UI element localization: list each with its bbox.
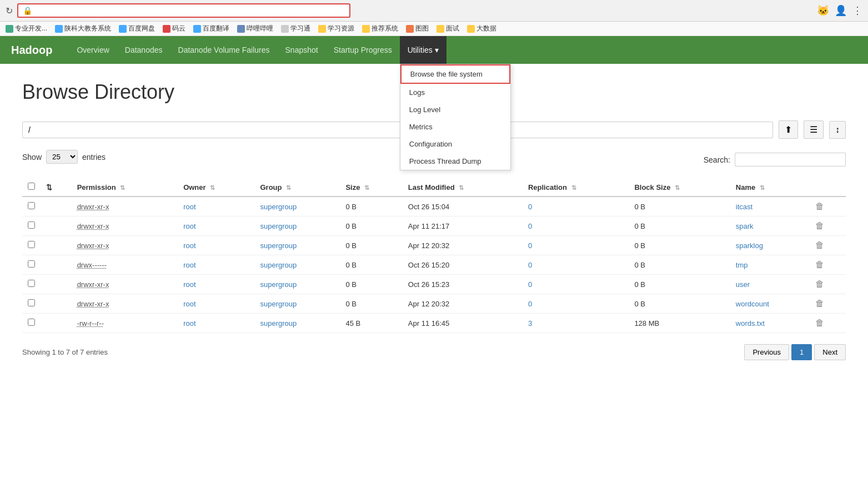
delete-row-button[interactable]: 🗑 xyxy=(815,201,824,211)
delete-row-button[interactable]: 🗑 xyxy=(815,279,824,289)
row-checkbox-0[interactable] xyxy=(28,202,35,209)
list-view-button[interactable]: ☰ xyxy=(804,120,824,139)
row-permission: drwxr-xr-x xyxy=(72,275,178,294)
delete-row-button[interactable]: 🗑 xyxy=(815,318,824,328)
table-row: drwx------ root supergroup 0 B Oct 26 15… xyxy=(22,255,846,275)
reload-icon[interactable]: ↻ xyxy=(6,6,13,16)
owner-sort-icon: ⇅ xyxy=(210,184,215,191)
profile-icon[interactable]: 👤 xyxy=(835,4,847,17)
pagination-row: Showing 1 to 7 of 7 entries Previous 1 N… xyxy=(22,344,846,360)
th-group[interactable]: Group ⇅ xyxy=(254,178,340,196)
row-size: 0 B xyxy=(340,275,402,294)
th-size[interactable]: Size ⇅ xyxy=(340,178,402,196)
row-index-cell xyxy=(41,236,72,255)
dropdown-metrics[interactable]: Metrics xyxy=(400,118,510,135)
delete-row-button[interactable]: 🗑 xyxy=(815,240,824,250)
row-index-cell xyxy=(41,314,72,333)
dropdown-browse-filesystem[interactable]: Browse the file system xyxy=(400,64,510,84)
previous-button[interactable]: Previous xyxy=(744,344,789,360)
name-sort-icon: ⇅ xyxy=(760,184,765,191)
row-size: 0 B xyxy=(340,196,402,216)
dropdown-arrow-icon: ▾ xyxy=(435,46,439,54)
next-button[interactable]: Next xyxy=(814,344,846,360)
th-actions xyxy=(810,178,846,196)
row-group: supergroup xyxy=(254,275,340,294)
path-input[interactable] xyxy=(22,122,773,138)
delete-row-button[interactable]: 🗑 xyxy=(815,260,824,270)
extension-icon[interactable]: 🐱 xyxy=(817,4,829,17)
row-checkbox-1[interactable] xyxy=(28,221,35,229)
menu-icon[interactable]: ⋮ xyxy=(852,4,862,17)
row-delete-cell: 🗑 xyxy=(810,216,846,236)
row-owner: root xyxy=(178,255,254,275)
th-last-modified[interactable]: Last Modified ⇅ xyxy=(403,178,523,196)
row-checkbox-cell xyxy=(22,275,41,294)
bookmark-baidu-disk[interactable]: 百度网盘 xyxy=(119,24,155,33)
nav-startup-progress[interactable]: Startup Progress xyxy=(326,36,400,64)
nav-datanodes[interactable]: Datanodes xyxy=(117,36,170,64)
row-index-cell xyxy=(41,294,72,314)
bookmark-bilibili[interactable]: 哔哩哔哩 xyxy=(237,24,273,33)
th-sort-icon[interactable]: ⇅ xyxy=(41,178,72,196)
row-checkbox-4[interactable] xyxy=(28,280,35,287)
entries-select[interactable]: 25 50 100 xyxy=(46,150,78,164)
nav-datanode-volume-failures[interactable]: Datanode Volume Failures xyxy=(170,36,278,64)
th-permission[interactable]: Permission ⇅ xyxy=(72,178,178,196)
row-delete-cell: 🗑 xyxy=(810,196,846,216)
delete-row-button[interactable]: 🗑 xyxy=(815,221,824,231)
nav-utilities-dropdown[interactable]: Utilities ▾ Browse the file system Logs … xyxy=(400,36,446,64)
dropdown-configuration[interactable]: Configuration xyxy=(400,135,510,153)
dropdown-log-level[interactable]: Log Level xyxy=(400,101,510,118)
row-name: itcast xyxy=(730,196,810,216)
row-checkbox-3[interactable] xyxy=(28,260,35,268)
bookmark-xxt[interactable]: 学习通 xyxy=(281,24,310,33)
row-block-size: 0 B xyxy=(629,294,730,314)
row-block-size: 0 B xyxy=(629,236,730,255)
row-checkbox-2[interactable] xyxy=(28,241,35,248)
bookmark-image[interactable]: 图图 xyxy=(406,24,429,33)
row-checkbox-6[interactable] xyxy=(28,319,35,326)
bookmark-edu[interactable]: 陕科大教务系统 xyxy=(55,24,111,33)
th-replication[interactable]: Replication ⇅ xyxy=(523,178,629,196)
row-block-size: 128 MB xyxy=(629,314,730,333)
row-index-cell xyxy=(41,275,72,294)
bookmark-gitee[interactable]: 码云 xyxy=(163,24,185,33)
delete-row-button[interactable]: 🗑 xyxy=(815,299,824,309)
bookmark-interview[interactable]: 面试 xyxy=(436,24,459,33)
dropdown-process-thread-dump[interactable]: Process Thread Dump xyxy=(400,153,510,170)
search-input[interactable] xyxy=(735,153,846,167)
address-input[interactable]: node1:9870 xyxy=(35,7,345,15)
dropdown-logs[interactable]: Logs xyxy=(400,84,510,101)
go-up-button[interactable]: ⬆ xyxy=(779,120,798,139)
row-last-modified: Oct 26 15:04 xyxy=(403,196,523,216)
row-last-modified: Oct 26 15:20 xyxy=(403,255,523,275)
navbar: Hadoop Overview Datanodes Datanode Volum… xyxy=(0,36,868,64)
page-1-button[interactable]: 1 xyxy=(791,344,812,360)
bookmark-bigdata[interactable]: 大数据 xyxy=(467,24,496,33)
nav-utilities[interactable]: Utilities ▾ xyxy=(400,36,446,64)
search-row: Search: xyxy=(704,153,846,167)
permission-sort-icon: ⇅ xyxy=(120,184,125,191)
row-block-size: 0 B xyxy=(629,275,730,294)
nav-snapshot[interactable]: Snapshot xyxy=(278,36,326,64)
nav-overview[interactable]: Overview xyxy=(69,36,117,64)
sort-button[interactable]: ↕ xyxy=(829,121,846,139)
bookmark-resources[interactable]: 学习资源 xyxy=(318,24,354,33)
row-permission: drwxr-xr-x xyxy=(72,294,178,314)
bookmark-dev[interactable]: 专业开发... xyxy=(6,24,47,33)
row-checkbox-5[interactable] xyxy=(28,299,35,306)
row-group: supergroup xyxy=(254,216,340,236)
bookmark-recommend[interactable]: 推荐系统 xyxy=(362,24,398,33)
th-name[interactable]: Name ⇅ xyxy=(730,178,810,196)
th-owner[interactable]: Owner ⇅ xyxy=(178,178,254,196)
th-block-size[interactable]: Block Size ⇅ xyxy=(629,178,730,196)
row-size: 0 B xyxy=(340,255,402,275)
row-delete-cell: 🗑 xyxy=(810,314,846,333)
table-row: drwxr-xr-x root supergroup 0 B Apr 12 20… xyxy=(22,236,846,255)
row-size: 0 B xyxy=(340,216,402,236)
bookmark-translate[interactable]: 百度翻译 xyxy=(193,24,229,33)
row-permission: -rw-r--r-- xyxy=(72,314,178,333)
row-name: wordcount xyxy=(730,294,810,314)
row-permission: drwx------ xyxy=(72,255,178,275)
select-all-checkbox[interactable] xyxy=(28,183,35,190)
